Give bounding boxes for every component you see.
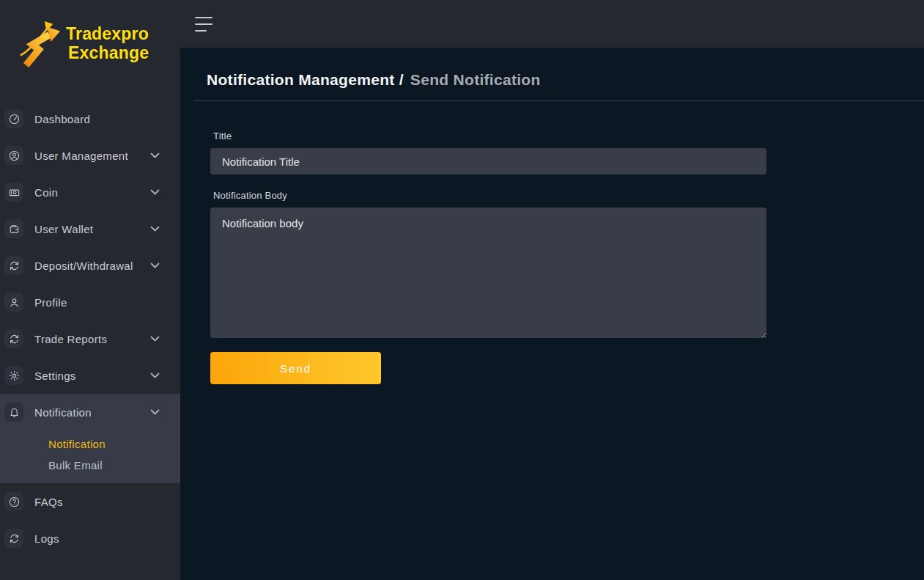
gauge-icon: [4, 109, 23, 128]
chevron-down-icon: [150, 226, 160, 232]
divider: [194, 100, 924, 101]
sidebar-item-label: Profile: [34, 296, 67, 309]
brand-logo-icon: [16, 18, 60, 68]
user-icon: [4, 293, 23, 312]
refresh-icon: [4, 529, 23, 548]
sidebar-item-label: Logs: [34, 532, 59, 545]
cash-icon: [4, 183, 23, 202]
sidebar-item-label: Notification: [34, 406, 92, 419]
notification-title-input[interactable]: [210, 148, 766, 175]
title-label: Title: [213, 131, 232, 142]
sidebar-section-notification: Notification Notification Bulk Email: [0, 394, 180, 483]
chevron-down-icon: [150, 189, 160, 195]
user-circle-icon: [4, 146, 23, 165]
wallet-icon: [4, 219, 23, 238]
sidebar-item-label: Dashboard: [34, 113, 90, 125]
brand-name-line2: Exchange: [68, 43, 149, 62]
chevron-down-icon: [150, 153, 160, 158]
sidebar-item-trade-reports[interactable]: Trade Reports: [0, 320, 180, 357]
send-notification-form: Title Notification Body Send: [210, 131, 766, 384]
hamburger-icon: [195, 17, 212, 18]
chevron-down-icon: [150, 336, 160, 342]
menu-toggle-button[interactable]: [195, 17, 212, 32]
body-label: Notification Body: [213, 190, 287, 201]
sidebar-item-label: User Management: [34, 150, 128, 162]
sidebar-item-settings[interactable]: Settings: [0, 357, 180, 394]
sidebar-item-faqs[interactable]: FAQs: [0, 483, 180, 520]
brand-logo[interactable]: Tradexpro Exchange: [0, 0, 180, 73]
sidebar-nav: Dashboard User Management Coin: [0, 100, 180, 557]
submenu-item-label: Bulk Email: [48, 459, 103, 471]
chevron-down-icon: [150, 372, 160, 378]
sidebar-item-label: Trade Reports: [34, 333, 107, 345]
sidebar-item-label: Coin: [34, 186, 58, 199]
chevron-down-icon: [150, 263, 160, 268]
main-content: Notification Management /Send Notificati…: [180, 48, 924, 580]
breadcrumb-section: Notification Management /: [207, 71, 404, 88]
sidebar: Tradexpro Exchange Dashboard User Manage…: [0, 0, 180, 580]
sidebar-item-label: User Wallet: [34, 223, 93, 235]
topbar: [180, 0, 924, 48]
sidebar-item-label: FAQs: [34, 496, 63, 508]
swap-circle-icon: [4, 256, 23, 275]
sidebar-item-notification[interactable]: Notification: [0, 394, 180, 430]
sidebar-item-dashboard[interactable]: Dashboard: [0, 100, 180, 137]
gear-icon: [4, 366, 23, 385]
sidebar-item-label: Deposit/Withdrawal: [34, 260, 133, 272]
send-button[interactable]: Send: [210, 352, 381, 384]
sidebar-subitem-notification[interactable]: Notification: [0, 433, 180, 455]
sidebar-item-label: Settings: [34, 370, 76, 382]
sidebar-item-profile[interactable]: Profile: [0, 284, 180, 320]
notification-body-textarea[interactable]: [210, 208, 766, 338]
sidebar-item-logs[interactable]: Logs: [0, 520, 180, 557]
sidebar-item-user-management[interactable]: User Management: [0, 137, 180, 174]
bell-icon: [4, 403, 23, 422]
sidebar-item-coin[interactable]: Coin: [0, 174, 180, 210]
sidebar-item-deposit-withdrawal[interactable]: Deposit/Withdrawal: [0, 247, 180, 284]
sidebar-item-user-wallet[interactable]: User Wallet: [0, 210, 180, 247]
help-circle-icon: [4, 492, 23, 511]
submenu-item-label: Notification: [48, 438, 106, 450]
swap-circle-icon: [4, 329, 23, 348]
notification-submenu: Notification Bulk Email: [0, 430, 180, 476]
sidebar-subitem-bulk-email[interactable]: Bulk Email: [0, 455, 180, 476]
breadcrumb: Notification Management /Send Notificati…: [207, 71, 924, 89]
brand-name-line1: Tradexpro: [66, 24, 149, 43]
chevron-down-icon: [150, 409, 160, 415]
breadcrumb-page: Send Notification: [410, 71, 541, 88]
